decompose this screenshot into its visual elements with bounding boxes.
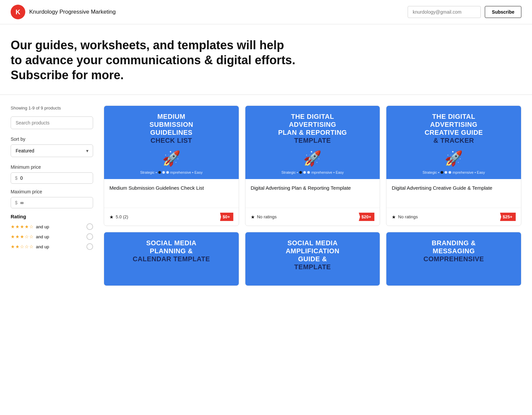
min-price-wrap: $ — [11, 172, 93, 184]
product-card-6[interactable]: BRANDING &MESSAGING COMPREHENSIVE — [386, 232, 521, 286]
sort-select-wrap: Featured Price: Low to High Price: High … — [11, 144, 93, 157]
rocket-icon-2: 🚀 — [303, 150, 322, 167]
rating-radio-4[interactable] — [86, 223, 93, 230]
card-footer-3: ★ No ratings $25+ — [386, 208, 521, 226]
rating-value-2: No ratings — [257, 214, 277, 219]
card-title-1: MEDIUMSUBMISSIONGUIDELINES CHECK LIST — [149, 112, 193, 144]
rating-value-3: No ratings — [398, 214, 418, 219]
showing-count: Showing 1-9 of 9 products — [11, 105, 93, 110]
dollar-icon-2: $ — [15, 200, 18, 205]
main-content: Showing 1-9 of 9 products Sort by Featur… — [0, 95, 532, 297]
card-banner-5: SOCIAL MEDIAAMPLIFICATIONGUIDE & TEMPLAT… — [245, 232, 380, 286]
card-footer-1: ★ 5.0 (2) $0+ — [104, 208, 239, 226]
card-footer-2: ★ No ratings $20+ — [245, 208, 380, 226]
max-price-label: Maximum price — [11, 189, 93, 194]
star-icon-1: ★ — [109, 214, 114, 220]
sort-label: Sort by — [11, 136, 93, 142]
product-name-2: Digital Advertising Plan & Reporting Tem… — [251, 184, 375, 204]
rating-row-3: ★★★☆☆ and up — [11, 233, 93, 240]
logo-icon: K — [11, 5, 25, 19]
search-wrap — [11, 116, 93, 129]
header-left: K Knurdology Progressive Marketing — [11, 5, 116, 19]
card-title-5: SOCIAL MEDIAAMPLIFICATIONGUIDE & TEMPLAT… — [286, 239, 339, 271]
card-banner-4: SOCIAL MEDIAPLANNING & CALENDAR TEMPLATE — [104, 232, 239, 286]
card-banner-3: THE DIGITALADVERTISINGCREATIVE GUIDE & T… — [386, 106, 521, 179]
product-card-2[interactable]: THE DIGITALADVERTISINGPLAN & REPORTING T… — [245, 105, 380, 226]
products-grid: MEDIUMSUBMISSIONGUIDELINES CHECK LIST 🚀 … — [104, 105, 521, 286]
rating-section: Rating ★★★★☆ and up ★★★☆☆ and up ★★☆☆☆ a… — [11, 214, 93, 250]
rating-title: Rating — [11, 214, 93, 219]
rating-radio-3[interactable] — [86, 233, 93, 240]
star-icon-3: ★ — [392, 214, 396, 220]
max-price-wrap: $ — [11, 197, 93, 208]
card-tags-1: Strategic • mprehensive • Easy — [140, 170, 202, 174]
card-banner-1: MEDIUMSUBMISSIONGUIDELINES CHECK LIST 🚀 … — [104, 106, 239, 179]
card-tags-2: Strategic • mprehensive • Easy — [281, 170, 344, 174]
email-input[interactable] — [408, 6, 481, 18]
hero-section: Our guides, worksheets, and templates wi… — [0, 24, 532, 95]
product-card-4[interactable]: SOCIAL MEDIAPLANNING & CALENDAR TEMPLATE — [104, 232, 239, 286]
stars-3: ★★★☆☆ and up — [11, 234, 49, 239]
min-price-input[interactable] — [20, 175, 89, 181]
price-badge-1: $0+ — [220, 213, 233, 221]
subscribe-button[interactable]: Subscribe — [485, 6, 521, 18]
price-badge-3: $25+ — [500, 213, 516, 221]
rating-display-3: ★ No ratings — [392, 214, 418, 220]
card-body-3: Digital Advertising Creative Guide & Tem… — [386, 179, 521, 204]
header-right: Subscribe — [408, 6, 521, 18]
max-price-input[interactable] — [20, 200, 89, 205]
product-card-5[interactable]: SOCIAL MEDIAAMPLIFICATIONGUIDE & TEMPLAT… — [245, 232, 380, 286]
product-card-1[interactable]: MEDIUMSUBMISSIONGUIDELINES CHECK LIST 🚀 … — [104, 105, 239, 226]
price-badge-2: $20+ — [359, 213, 374, 221]
hero-text: Our guides, worksheets, and templates wi… — [11, 38, 297, 83]
stars-4: ★★★★☆ and up — [11, 224, 49, 229]
rocket-icon-3: 🚀 — [445, 150, 463, 167]
rating-value-1: 5.0 (2) — [116, 214, 128, 219]
rocket-icon-1: 🚀 — [162, 150, 181, 167]
card-banner-2: THE DIGITALADVERTISINGPLAN & REPORTING T… — [245, 106, 380, 179]
search-input[interactable] — [11, 116, 93, 129]
rating-display-2: ★ No ratings — [251, 214, 277, 220]
rating-display-1: ★ 5.0 (2) — [109, 214, 128, 220]
header: K Knurdology Progressive Marketing Subsc… — [0, 0, 532, 24]
card-body-2: Digital Advertising Plan & Reporting Tem… — [245, 179, 380, 204]
sort-select[interactable]: Featured Price: Low to High Price: High … — [11, 144, 93, 157]
sidebar: Showing 1-9 of 9 products Sort by Featur… — [11, 105, 104, 286]
product-card-3[interactable]: THE DIGITALADVERTISINGCREATIVE GUIDE & T… — [386, 105, 521, 226]
card-title-2: THE DIGITALADVERTISINGPLAN & REPORTING T… — [278, 112, 347, 144]
card-banner-6: BRANDING &MESSAGING COMPREHENSIVE — [386, 232, 521, 286]
brand-name: Knurdology Progressive Marketing — [29, 9, 116, 15]
card-title-3: THE DIGITALADVERTISINGCREATIVE GUIDE & T… — [425, 112, 483, 144]
min-price-label: Minimum price — [11, 164, 93, 170]
star-icon-2: ★ — [251, 214, 255, 220]
card-tags-3: Strategic • mprehensive • Easy — [423, 170, 485, 174]
product-name-1: Medium Submission Guidelines Check List — [109, 184, 233, 204]
product-name-3: Digital Advertising Creative Guide & Tem… — [392, 184, 516, 204]
products-area: MEDIUMSUBMISSIONGUIDELINES CHECK LIST 🚀 … — [104, 105, 521, 286]
stars-2: ★★☆☆☆ and up — [11, 244, 49, 249]
card-title-6: BRANDING &MESSAGING COMPREHENSIVE — [424, 239, 484, 263]
rating-row-2: ★★☆☆☆ and up — [11, 243, 93, 250]
card-body-1: Medium Submission Guidelines Check List — [104, 179, 239, 204]
card-title-4: SOCIAL MEDIAPLANNING & CALENDAR TEMPLATE — [133, 239, 210, 263]
rating-row-4: ★★★★☆ and up — [11, 223, 93, 230]
dollar-icon: $ — [15, 175, 18, 181]
rating-radio-2[interactable] — [86, 243, 93, 250]
